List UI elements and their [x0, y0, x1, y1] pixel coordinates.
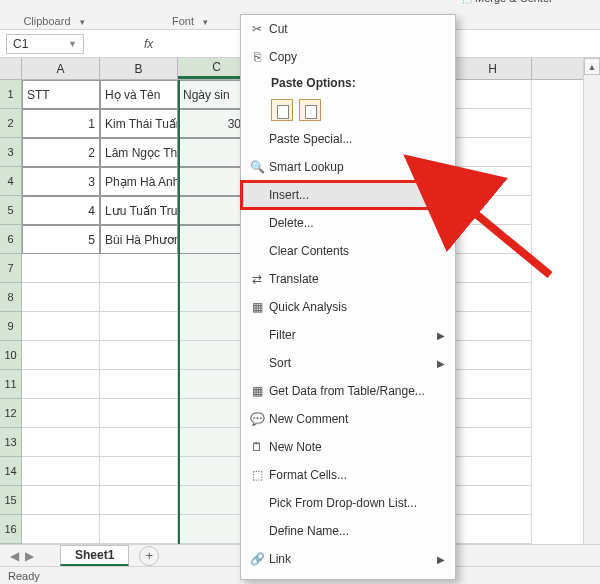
menu-sort[interactable]: Sort ▶ [241, 349, 455, 377]
cell[interactable] [100, 457, 178, 486]
menu-pick-dropdown[interactable]: Pick From Drop-down List... [241, 489, 455, 517]
cell[interactable] [100, 428, 178, 457]
tab-prev-icon[interactable]: ◀ [10, 549, 19, 563]
col-header-H[interactable]: H [454, 58, 532, 79]
menu-copy[interactable]: ⎘ Copy [241, 43, 455, 71]
cell-B6[interactable]: Bùi Hà Phương [100, 225, 178, 254]
cell[interactable] [454, 486, 532, 515]
select-all-corner[interactable] [0, 58, 22, 79]
tab-next-icon[interactable]: ▶ [25, 549, 34, 563]
cell[interactable] [100, 312, 178, 341]
row-header[interactable]: 5 [0, 196, 22, 225]
cell-A3[interactable]: 2 [22, 138, 100, 167]
merge-center-button[interactable]: ⬚ Merge & Center [462, 0, 553, 5]
row-header[interactable]: 13 [0, 428, 22, 457]
row-header[interactable]: 12 [0, 399, 22, 428]
menu-filter[interactable]: Filter ▶ [241, 321, 455, 349]
cell[interactable] [22, 515, 100, 544]
menu-format-cells[interactable]: ⬚ Format Cells... [241, 461, 455, 489]
menu-cut[interactable]: ✂ Cut [241, 15, 455, 43]
cell[interactable] [22, 341, 100, 370]
cell[interactable] [22, 283, 100, 312]
cell[interactable] [100, 283, 178, 312]
tab-nav[interactable]: ◀ ▶ [0, 549, 60, 563]
menu-define-name[interactable]: Define Name... [241, 517, 455, 545]
cell[interactable] [454, 457, 532, 486]
note-icon: 🗒 [245, 440, 269, 454]
cell-B5[interactable]: Lưu Tuấn Trung [100, 196, 178, 225]
group-label: Font [172, 15, 194, 27]
cell-B3[interactable]: Lâm Ngọc Thy [100, 138, 178, 167]
cell[interactable] [100, 341, 178, 370]
menu-insert[interactable]: Insert... [241, 181, 471, 209]
cell-A1[interactable]: STT [22, 80, 100, 109]
menu-new-comment[interactable]: 💬 New Comment [241, 405, 455, 433]
row-header[interactable]: 14 [0, 457, 22, 486]
menu-clear-contents[interactable]: Clear Contents [241, 237, 455, 265]
menu-get-data[interactable]: ▦ Get Data from Table/Range... [241, 377, 455, 405]
cell-B4[interactable]: Phạm Hà Anh [100, 167, 178, 196]
paste-values-icon[interactable] [299, 99, 321, 121]
row-header[interactable]: 6 [0, 225, 22, 254]
cell-A2[interactable]: 1 [22, 109, 100, 138]
row-header[interactable]: 11 [0, 370, 22, 399]
scroll-up-button[interactable]: ▲ [584, 58, 600, 75]
cell[interactable] [454, 399, 532, 428]
cell[interactable] [454, 109, 532, 138]
menu-translate[interactable]: ⇄ Translate [241, 265, 455, 293]
cell[interactable] [100, 515, 178, 544]
cell[interactable] [100, 399, 178, 428]
menu-link[interactable]: 🔗 Link ▶ [241, 545, 455, 573]
row-header[interactable]: 7 [0, 254, 22, 283]
cell[interactable] [100, 254, 178, 283]
fx-label[interactable]: fx [144, 37, 153, 51]
row-header[interactable]: 9 [0, 312, 22, 341]
cell-B1[interactable]: Họ và Tên [100, 80, 178, 109]
cell[interactable] [22, 486, 100, 515]
row-header[interactable]: 15 [0, 486, 22, 515]
cell[interactable] [22, 254, 100, 283]
cell[interactable] [100, 486, 178, 515]
cell[interactable] [454, 80, 532, 109]
row-header[interactable]: 16 [0, 515, 22, 544]
group-label: Clipboard [23, 15, 70, 27]
vertical-scrollbar[interactable]: ▲ [583, 58, 600, 544]
cell[interactable] [454, 312, 532, 341]
menu-label: Pick From Drop-down List... [269, 496, 417, 510]
cell[interactable] [454, 254, 532, 283]
cell[interactable] [22, 399, 100, 428]
col-header-A[interactable]: A [22, 58, 100, 79]
cell[interactable] [22, 312, 100, 341]
menu-smart-lookup[interactable]: 🔍 Smart Lookup [241, 153, 455, 181]
row-header[interactable]: 4 [0, 167, 22, 196]
cell[interactable] [454, 515, 532, 544]
paste-icon[interactable] [271, 99, 293, 121]
cell[interactable] [454, 428, 532, 457]
cell-B2[interactable]: Kim Thái Tuấn [100, 109, 178, 138]
menu-quick-analysis[interactable]: ▦ Quick Analysis [241, 293, 455, 321]
cell[interactable] [454, 138, 532, 167]
row-header[interactable]: 3 [0, 138, 22, 167]
name-box[interactable]: C1 ▼ [6, 34, 84, 54]
cell[interactable] [100, 370, 178, 399]
cell[interactable] [454, 283, 532, 312]
cell-A4[interactable]: 3 [22, 167, 100, 196]
add-sheet-button[interactable]: + [139, 546, 159, 566]
cell-A6[interactable]: 5 [22, 225, 100, 254]
cell[interactable] [454, 225, 532, 254]
sheet-tab-1[interactable]: Sheet1 [60, 545, 129, 566]
row-header[interactable]: 2 [0, 109, 22, 138]
cell[interactable] [454, 341, 532, 370]
cell[interactable] [22, 428, 100, 457]
cell[interactable] [454, 370, 532, 399]
menu-new-note[interactable]: 🗒 New Note [241, 433, 455, 461]
row-header[interactable]: 10 [0, 341, 22, 370]
cell[interactable] [22, 370, 100, 399]
cell[interactable] [22, 457, 100, 486]
menu-delete[interactable]: Delete... [241, 209, 455, 237]
row-header[interactable]: 1 [0, 80, 22, 109]
menu-paste-special[interactable]: Paste Special... [241, 125, 455, 153]
row-header[interactable]: 8 [0, 283, 22, 312]
col-header-B[interactable]: B [100, 58, 178, 79]
cell-A5[interactable]: 4 [22, 196, 100, 225]
